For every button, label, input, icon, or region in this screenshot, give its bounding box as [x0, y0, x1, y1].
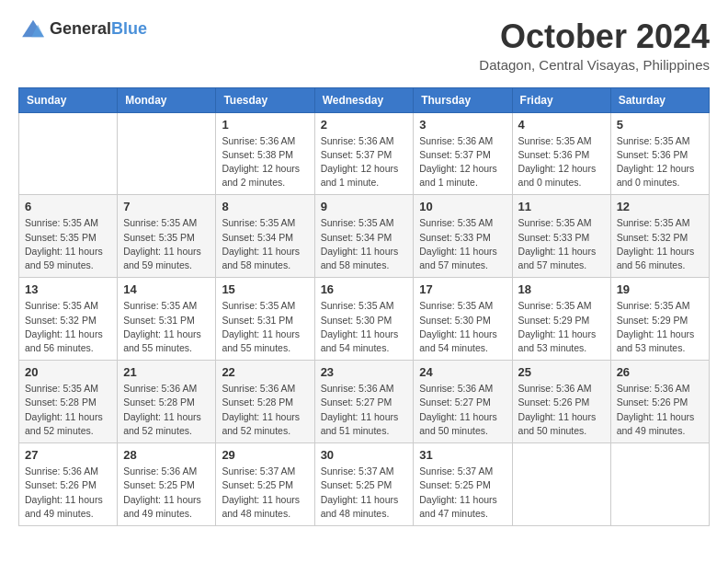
day-info: Sunrise: 5:37 AMSunset: 5:25 PMDaylight:… [321, 465, 408, 521]
calendar-cell: 3Sunrise: 5:36 AMSunset: 5:37 PMDaylight… [414, 112, 512, 195]
weekday-header: Saturday [610, 87, 709, 112]
day-number: 29 [222, 448, 308, 462]
calendar-cell: 2Sunrise: 5:36 AMSunset: 5:37 PMDaylight… [314, 112, 414, 195]
calendar-cell: 7Sunrise: 5:35 AMSunset: 5:35 PMDaylight… [118, 195, 216, 278]
day-number: 21 [123, 365, 210, 379]
weekday-header: Thursday [414, 87, 512, 112]
day-number: 25 [518, 365, 605, 379]
calendar-week-row: 1Sunrise: 5:36 AMSunset: 5:38 PMDaylight… [19, 112, 710, 195]
day-number: 14 [123, 282, 210, 296]
calendar-cell: 28Sunrise: 5:36 AMSunset: 5:25 PMDayligh… [118, 443, 216, 526]
day-number: 13 [25, 282, 111, 296]
day-info: Sunrise: 5:35 AMSunset: 5:29 PMDaylight:… [617, 299, 703, 355]
day-number: 9 [321, 200, 408, 213]
day-number: 10 [419, 200, 506, 213]
logo: GeneralBlue [18, 18, 147, 39]
calendar-week-row: 6Sunrise: 5:35 AMSunset: 5:35 PMDaylight… [19, 195, 710, 278]
calendar-cell: 4Sunrise: 5:35 AMSunset: 5:36 PMDaylight… [512, 112, 610, 195]
day-number: 18 [518, 282, 605, 296]
day-info: Sunrise: 5:36 AMSunset: 5:38 PMDaylight:… [222, 134, 308, 190]
day-info: Sunrise: 5:35 AMSunset: 5:36 PMDaylight:… [518, 134, 605, 190]
day-info: Sunrise: 5:36 AMSunset: 5:27 PMDaylight:… [321, 382, 408, 438]
month-title: October 2024 [479, 18, 710, 55]
day-info: Sunrise: 5:36 AMSunset: 5:26 PMDaylight:… [25, 465, 111, 521]
calendar-cell: 15Sunrise: 5:35 AMSunset: 5:31 PMDayligh… [216, 278, 314, 361]
day-number: 31 [419, 448, 506, 462]
calendar-cell [118, 112, 216, 195]
day-info: Sunrise: 5:35 AMSunset: 5:33 PMDaylight:… [419, 216, 506, 272]
calendar-week-row: 27Sunrise: 5:36 AMSunset: 5:26 PMDayligh… [19, 443, 710, 526]
calendar-cell: 25Sunrise: 5:36 AMSunset: 5:26 PMDayligh… [512, 361, 610, 443]
calendar-cell: 27Sunrise: 5:36 AMSunset: 5:26 PMDayligh… [19, 443, 118, 526]
logo-icon [20, 18, 46, 39]
calendar-cell: 24Sunrise: 5:36 AMSunset: 5:27 PMDayligh… [414, 361, 512, 443]
weekday-header: Sunday [19, 87, 118, 112]
day-info: Sunrise: 5:36 AMSunset: 5:37 PMDaylight:… [321, 134, 408, 190]
day-info: Sunrise: 5:35 AMSunset: 5:31 PMDaylight:… [222, 299, 308, 355]
calendar-cell: 18Sunrise: 5:35 AMSunset: 5:29 PMDayligh… [512, 278, 610, 361]
day-number: 17 [419, 282, 506, 296]
day-info: Sunrise: 5:35 AMSunset: 5:30 PMDaylight:… [321, 299, 408, 355]
day-number: 6 [25, 200, 111, 213]
calendar-cell: 30Sunrise: 5:37 AMSunset: 5:25 PMDayligh… [314, 443, 414, 526]
day-number: 20 [25, 365, 111, 379]
calendar-cell: 16Sunrise: 5:35 AMSunset: 5:30 PMDayligh… [314, 278, 414, 361]
day-info: Sunrise: 5:36 AMSunset: 5:28 PMDaylight:… [123, 382, 210, 438]
calendar-cell: 20Sunrise: 5:35 AMSunset: 5:28 PMDayligh… [19, 361, 118, 443]
day-info: Sunrise: 5:35 AMSunset: 5:29 PMDaylight:… [518, 299, 605, 355]
calendar-cell: 9Sunrise: 5:35 AMSunset: 5:34 PMDaylight… [314, 195, 414, 278]
day-number: 12 [617, 200, 703, 213]
day-info: Sunrise: 5:37 AMSunset: 5:25 PMDaylight:… [222, 465, 308, 521]
logo-blue: Blue [111, 19, 147, 38]
calendar-cell [19, 112, 118, 195]
day-number: 8 [222, 200, 308, 213]
day-info: Sunrise: 5:36 AMSunset: 5:27 PMDaylight:… [419, 382, 506, 438]
day-info: Sunrise: 5:35 AMSunset: 5:30 PMDaylight:… [419, 299, 506, 355]
day-number: 26 [617, 365, 703, 379]
day-info: Sunrise: 5:35 AMSunset: 5:32 PMDaylight:… [25, 299, 111, 355]
day-info: Sunrise: 5:35 AMSunset: 5:35 PMDaylight:… [123, 216, 210, 272]
weekday-header: Monday [118, 87, 216, 112]
day-info: Sunrise: 5:35 AMSunset: 5:35 PMDaylight:… [25, 216, 111, 272]
title-block: October 2024 Datagon, Central Visayas, P… [479, 18, 710, 73]
weekday-header: Tuesday [216, 87, 314, 112]
day-info: Sunrise: 5:35 AMSunset: 5:36 PMDaylight:… [617, 134, 703, 190]
day-info: Sunrise: 5:36 AMSunset: 5:37 PMDaylight:… [419, 134, 506, 190]
day-info: Sunrise: 5:35 AMSunset: 5:28 PMDaylight:… [25, 382, 111, 438]
day-info: Sunrise: 5:35 AMSunset: 5:34 PMDaylight:… [222, 216, 308, 272]
day-info: Sunrise: 5:36 AMSunset: 5:28 PMDaylight:… [222, 382, 308, 438]
weekday-header-row: SundayMondayTuesdayWednesdayThursdayFrid… [19, 87, 710, 112]
day-number: 23 [321, 365, 408, 379]
day-number: 15 [222, 282, 308, 296]
calendar-cell: 1Sunrise: 5:36 AMSunset: 5:38 PMDaylight… [216, 112, 314, 195]
calendar-week-row: 13Sunrise: 5:35 AMSunset: 5:32 PMDayligh… [19, 278, 710, 361]
calendar-cell: 23Sunrise: 5:36 AMSunset: 5:27 PMDayligh… [314, 361, 414, 443]
day-number: 7 [123, 200, 210, 213]
calendar-cell: 8Sunrise: 5:35 AMSunset: 5:34 PMDaylight… [216, 195, 314, 278]
day-info: Sunrise: 5:36 AMSunset: 5:26 PMDaylight:… [518, 382, 605, 438]
calendar-cell: 6Sunrise: 5:35 AMSunset: 5:35 PMDaylight… [19, 195, 118, 278]
calendar-cell: 12Sunrise: 5:35 AMSunset: 5:32 PMDayligh… [610, 195, 709, 278]
day-number: 2 [321, 118, 408, 132]
calendar-cell: 26Sunrise: 5:36 AMSunset: 5:26 PMDayligh… [610, 361, 709, 443]
day-number: 27 [25, 448, 111, 462]
day-info: Sunrise: 5:36 AMSunset: 5:25 PMDaylight:… [123, 465, 210, 521]
calendar-cell: 29Sunrise: 5:37 AMSunset: 5:25 PMDayligh… [216, 443, 314, 526]
day-number: 19 [617, 282, 703, 296]
day-number: 11 [518, 200, 605, 213]
calendar-cell: 19Sunrise: 5:35 AMSunset: 5:29 PMDayligh… [610, 278, 709, 361]
calendar-cell: 10Sunrise: 5:35 AMSunset: 5:33 PMDayligh… [414, 195, 512, 278]
day-info: Sunrise: 5:35 AMSunset: 5:31 PMDaylight:… [123, 299, 210, 355]
page-header: GeneralBlue October 2024 Datagon, Centra… [18, 18, 710, 73]
day-info: Sunrise: 5:37 AMSunset: 5:25 PMDaylight:… [419, 465, 506, 521]
day-info: Sunrise: 5:35 AMSunset: 5:33 PMDaylight:… [518, 216, 605, 272]
day-number: 28 [123, 448, 210, 462]
day-info: Sunrise: 5:35 AMSunset: 5:34 PMDaylight:… [321, 216, 408, 272]
location-title: Datagon, Central Visayas, Philippines [479, 57, 710, 73]
weekday-header: Wednesday [314, 87, 414, 112]
day-number: 5 [617, 118, 703, 132]
calendar-cell: 5Sunrise: 5:35 AMSunset: 5:36 PMDaylight… [610, 112, 709, 195]
day-number: 16 [321, 282, 408, 296]
day-number: 30 [321, 448, 408, 462]
day-number: 24 [419, 365, 506, 379]
